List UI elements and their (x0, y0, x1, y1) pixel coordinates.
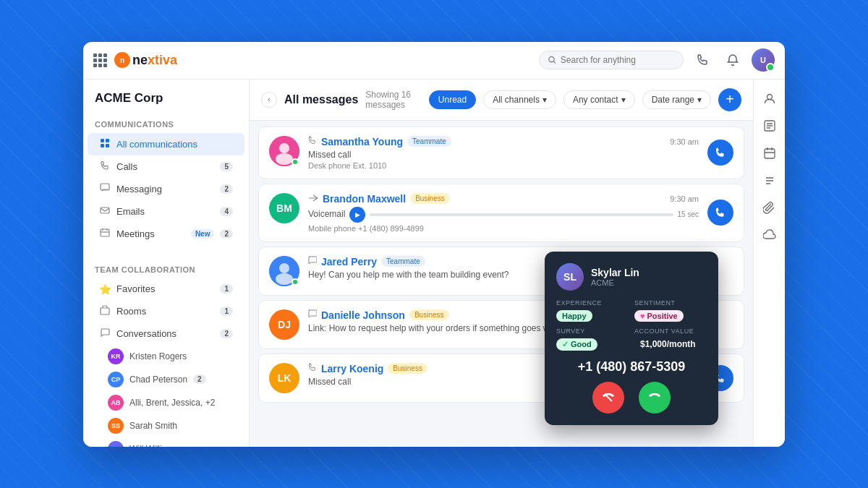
msg-name-larry: Larry Koenig (321, 363, 383, 374)
notes-icon[interactable] (758, 114, 781, 137)
content-area: ‹ All messages Showing 16 messages Unrea… (250, 80, 753, 447)
user-avatar[interactable]: U (752, 48, 775, 72)
chevron-down-icon: ▾ (697, 95, 702, 105)
logo-text: nextiva (132, 53, 177, 68)
calls-label: Calls (116, 161, 214, 172)
caller-avatar: SL (556, 263, 584, 291)
conv-avatar-alli: AB (108, 395, 124, 411)
msg-name-danielle: Danielle Johnson (321, 309, 405, 321)
contacts-icon[interactable] (758, 87, 781, 110)
tasks-icon[interactable] (758, 169, 781, 192)
svg-point-2 (549, 56, 554, 61)
bell-nav-icon[interactable] (721, 48, 744, 72)
svg-line-3 (553, 61, 556, 64)
avatar-brandon: BM (269, 193, 299, 223)
conv-person-will[interactable]: WW Will Williams (88, 437, 244, 447)
caller-company: ACME (591, 278, 639, 287)
accept-call-button[interactable] (639, 382, 671, 414)
msg-text-samantha: Missed call (308, 150, 699, 160)
all-comms-icon (99, 138, 111, 150)
message-card-samantha[interactable]: Samantha Young Teammate 9:30 am Missed c… (258, 127, 744, 179)
conv-person-chad[interactable]: CP Chad Peterson 2 (88, 368, 244, 391)
channels-filter[interactable]: All channels ▾ (483, 90, 556, 109)
conv-person-sarah[interactable]: SS Sarah Smith (88, 414, 244, 437)
logo: n nextiva (114, 52, 177, 68)
conv-name-alli: Alli, Brent, Jessica, +2 (129, 398, 215, 408)
decline-call-button[interactable] (592, 382, 624, 414)
attachment-icon[interactable] (758, 197, 781, 220)
right-sidebar (753, 80, 785, 447)
avatar-jared (269, 256, 299, 286)
contact-filter[interactable]: Any contact ▾ (563, 90, 635, 109)
call-button-samantha[interactable] (707, 140, 733, 166)
avatar-samantha (269, 136, 299, 166)
msg-type-icon-brandon (308, 193, 318, 204)
sidebar-item-meetings[interactable]: Meetings New 2 (88, 223, 244, 245)
svg-rect-9 (101, 207, 109, 213)
play-button[interactable]: ▶ (349, 207, 365, 223)
emails-icon (99, 205, 111, 218)
meetings-new-badge: New (191, 229, 215, 239)
account-value: $1,000/month (634, 338, 702, 351)
conversations-badge: 2 (220, 329, 233, 338)
msg-tag-danielle: Business (409, 309, 449, 320)
showing-text: Showing 16 messages (365, 90, 422, 110)
msg-type-icon-larry (308, 363, 317, 374)
date-filter[interactable]: Date range ▾ (642, 90, 711, 109)
msg-sub-brandon: Mobile phone +1 (480) 899-4899 (308, 224, 699, 233)
content-header: ‹ All messages Showing 16 messages Unrea… (250, 80, 753, 121)
conv-avatar-sarah: SS (108, 418, 124, 434)
conv-badge-chad: 2 (193, 374, 206, 384)
conv-avatar-kristen: KR (108, 348, 124, 364)
msg-type-icon-danielle (308, 309, 317, 320)
caller-phone: +1 (480) 867-5309 (556, 359, 707, 374)
meetings-badge: 2 (220, 229, 233, 239)
calendar-icon[interactable] (758, 142, 781, 165)
sidebar-item-calls[interactable]: Calls 5 (88, 155, 244, 178)
grid-menu-icon[interactable] (93, 53, 107, 67)
add-button[interactable]: + (718, 88, 741, 111)
collapse-button[interactable]: ‹ (261, 92, 277, 108)
svg-rect-4 (101, 139, 104, 142)
msg-tag-larry: Business (388, 363, 427, 374)
sidebar-item-emails[interactable]: Emails 4 (88, 200, 244, 223)
sidebar-item-conversations[interactable]: Conversations 2 (88, 322, 244, 345)
svg-rect-27 (765, 149, 775, 158)
unread-filter[interactable]: Unread (429, 90, 476, 109)
sidebar-item-messaging[interactable]: Messaging 2 (88, 178, 244, 200)
svg-point-16 (279, 143, 289, 153)
caller-details: Skylar Lin ACME (591, 267, 639, 287)
message-card-brandon[interactable]: BM Brandon Maxwell Business 9:30 am (258, 184, 744, 242)
search-icon (548, 56, 556, 64)
svg-rect-5 (106, 139, 109, 142)
conv-person-alli[interactable]: AB Alli, Brent, Jessica, +2 (88, 391, 244, 414)
conv-avatar-chad: CP (108, 372, 124, 388)
avatar-danielle: DJ (269, 309, 299, 340)
favorites-icon: ⭐ (99, 283, 111, 295)
sidebar-item-all-comms[interactable]: All communications (88, 133, 244, 155)
phone-nav-icon[interactable] (691, 48, 714, 72)
sidebar-item-rooms[interactable]: Rooms 1 (88, 300, 244, 322)
msg-time-samantha: 9:30 am (670, 137, 699, 146)
conv-name-will: Will Williams (129, 444, 178, 447)
msg-type-icon-samantha (308, 136, 317, 147)
chevron-down-icon: ▾ (542, 95, 547, 105)
sidebar: ACME Corp Communications All communicati… (83, 80, 250, 447)
team-collab-section: Team collaboration (83, 257, 249, 278)
conv-person-kristen[interactable]: KR Kristen Rogers (88, 345, 244, 368)
cloud-icon[interactable] (758, 224, 781, 247)
messaging-label: Messaging (116, 184, 214, 194)
search-bar[interactable] (539, 51, 684, 69)
rooms-badge: 1 (220, 307, 233, 316)
conv-name-sarah: Sarah Smith (129, 421, 177, 431)
conv-name-chad: Chad Peterson (129, 374, 187, 385)
sentiment-stat: SENTIMENT ♥ Positive (634, 299, 707, 322)
sidebar-item-favorites[interactable]: ⭐ Favorites 1 (88, 278, 244, 300)
svg-rect-14 (101, 308, 109, 314)
call-button-brandon[interactable] (707, 200, 733, 226)
msg-body-samantha: Samantha Young Teammate 9:30 am Missed c… (308, 136, 699, 170)
experience-stat: EXPERIENCE Happy (556, 299, 629, 322)
msg-tag-jared: Teammate (381, 256, 425, 267)
search-input[interactable] (561, 55, 674, 65)
emails-label: Emails (116, 206, 214, 217)
